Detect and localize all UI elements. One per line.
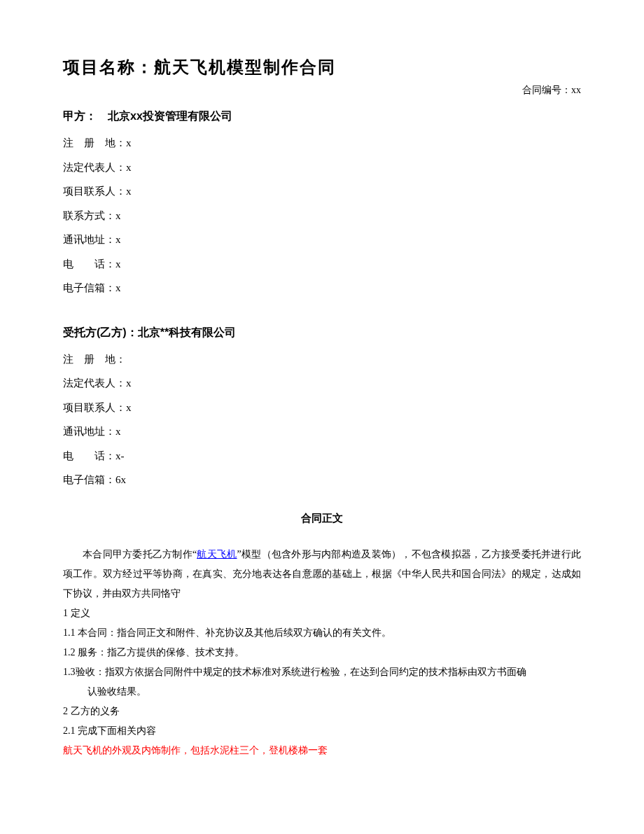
contract-body-title: 合同正文 (63, 512, 581, 525)
party-a-header: 甲方： 北京xx投资管理有限公司 (63, 109, 581, 124)
clause-2-1: 2.1 完成下面相关内容 (63, 721, 581, 741)
party-a-email: 电子信箱：x (63, 276, 581, 300)
party-b-phone: 电 话：x- (63, 444, 581, 468)
intro-text-pre: 本合同甲方委托乙方制作“ (83, 549, 197, 560)
clause-2-red-text: 航天飞机的外观及内饰制作，包括水泥柱三个，登机楼梯一套 (63, 741, 581, 760)
party-b-email: 电子信箱：6x (63, 468, 581, 492)
party-a-contact-method: 联系方式：x (63, 204, 581, 228)
clause-1-3-line1: 1.3验收：指双方依据合同附件中规定的技术标准对系统进行检验，在达到合同约定的技… (63, 662, 581, 682)
party-b-reg-addr: 注 册 地： (63, 347, 581, 372)
clause-1-2: 1.2 服务：指乙方提供的保修、技术支持。 (63, 643, 581, 662)
party-b-legal-rep: 法定代表人：x (63, 371, 581, 396)
contract-number-value: xx (571, 85, 581, 95)
spacecraft-link[interactable]: 航天飞机 (197, 549, 237, 560)
party-b-project-contact: 项目联系人：x (63, 396, 581, 420)
document-page: 项目名称：航天飞机模型制作合同 合同编号：xx 甲方： 北京xx投资管理有限公司… (0, 0, 644, 834)
party-a-legal-rep: 法定代表人：x (63, 155, 581, 180)
party-b-mail-addr: 通讯地址：x (63, 419, 581, 444)
party-a-reg-addr: 注 册 地：x (63, 131, 581, 155)
intro-paragraph: 本合同甲方委托乙方制作“航天飞机”模型（包含外形与内部构造及装饰），不包含模拟器… (63, 545, 581, 604)
clause-1: 1 定义 (63, 604, 581, 623)
contract-number-label: 合同编号： (522, 85, 571, 95)
party-a-mail-addr: 通讯地址：x (63, 228, 581, 252)
project-title: 项目名称：航天飞机模型制作合同 (63, 56, 581, 78)
contract-number-line: 合同编号：xx (63, 84, 581, 97)
party-a-phone: 电 话：x (63, 252, 581, 277)
clause-2: 2 乙方的义务 (63, 702, 581, 721)
clause-1-3-line2: 认验收结果。 (63, 682, 581, 702)
party-a-project-contact: 项目联系人：x (63, 179, 581, 204)
clause-1-1: 1.1 本合同：指合同正文和附件、补充协议及其他后续双方确认的有关文件。 (63, 623, 581, 643)
party-b-header: 受托方(乙方)：北京**科技有限公司 (63, 326, 581, 340)
